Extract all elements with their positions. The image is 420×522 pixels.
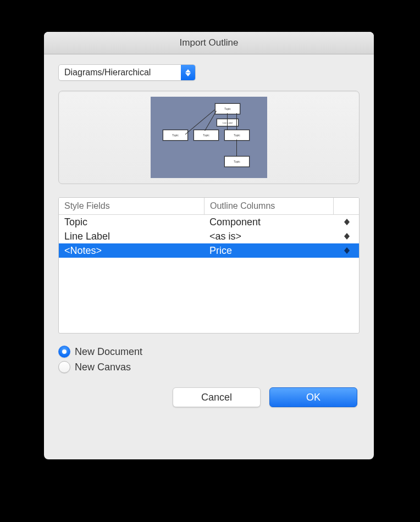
radio-button-icon [58, 346, 70, 358]
cancel-button[interactable]: Cancel [173, 387, 261, 407]
preview-node: Topic [163, 130, 188, 141]
radio-new-document[interactable]: New Document [58, 346, 360, 358]
radio-button-icon [58, 361, 70, 373]
radio-new-canvas[interactable]: New Canvas [58, 361, 360, 373]
row-stepper[interactable] [334, 243, 359, 258]
destination-radio-group: New Document New Canvas [58, 346, 360, 373]
svg-marker-3 [344, 222, 350, 225]
button-label: OK [306, 392, 320, 403]
table-row[interactable]: Line Label <as is> [59, 229, 359, 243]
column-header-outline-columns[interactable]: Outline Columns [205, 198, 334, 214]
preview-node: Topic [224, 156, 250, 167]
column-header-style-fields[interactable]: Style Fields [59, 198, 205, 214]
mapping-table: Style Fields Outline Columns Topic Compo… [58, 197, 360, 334]
cell-outline-column: <as is> [204, 229, 334, 243]
dialog-title: Import Outline [180, 37, 239, 48]
row-stepper[interactable] [334, 215, 359, 229]
column-header-stepper [334, 198, 359, 214]
preview-node: Topic [194, 130, 219, 141]
table-row[interactable]: Topic Component [59, 215, 359, 229]
cell-outline-column: Price [204, 243, 334, 258]
cell-style-field: <Notes> [59, 243, 204, 258]
svg-marker-1 [185, 73, 191, 76]
dialog-body: Diagrams/Hierarchical Topic Line Label T… [44, 54, 374, 459]
svg-marker-5 [344, 236, 350, 240]
dialog-buttons: Cancel OK [58, 387, 360, 407]
radio-label: New Canvas [75, 362, 131, 373]
button-label: Cancel [201, 392, 232, 403]
dialog-titlebar: Import Outline [44, 32, 374, 54]
preview-thumbnail: Topic Line Label Topic Topic Topic Topic [151, 97, 267, 178]
up-down-arrows-icon [181, 65, 195, 80]
table-body: Topic Component Line Label <as is> [59, 215, 359, 333]
style-preview: Topic Line Label Topic Topic Topic Topic [58, 91, 360, 184]
style-dropdown[interactable]: Diagrams/Hierarchical [58, 64, 196, 81]
ok-button[interactable]: OK [269, 387, 357, 407]
cell-style-field: Topic [59, 215, 204, 229]
row-stepper[interactable] [334, 229, 359, 243]
table-header: Style Fields Outline Columns [59, 198, 359, 215]
preview-node: Topic [224, 130, 250, 141]
preview-line-label: Line Label [217, 119, 239, 126]
radio-label: New Document [75, 346, 142, 358]
svg-marker-0 [185, 69, 191, 73]
svg-marker-7 [344, 251, 350, 254]
style-dropdown-value: Diagrams/Hierarchical [59, 68, 181, 77]
import-outline-dialog: Import Outline Diagrams/Hierarchical Top… [44, 32, 374, 459]
cell-outline-column: Component [204, 215, 334, 229]
table-row[interactable]: <Notes> Price [59, 243, 359, 258]
cell-style-field: Line Label [59, 229, 204, 243]
preview-node: Topic [215, 103, 240, 114]
